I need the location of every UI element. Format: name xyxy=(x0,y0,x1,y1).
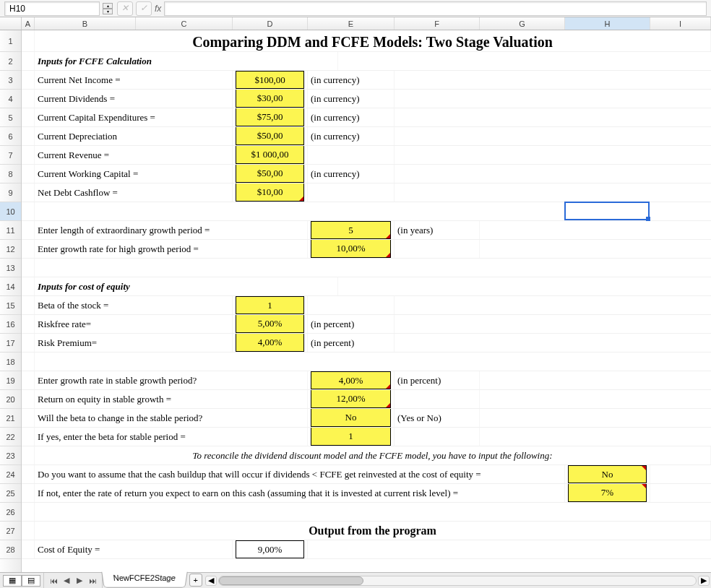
row-3[interactable]: 3 xyxy=(0,71,21,90)
name-box[interactable]: H10 xyxy=(4,1,100,16)
equity-value-1[interactable]: 5,00% xyxy=(236,315,304,333)
cancel-formula-button[interactable]: ✕ xyxy=(117,1,133,16)
row-10[interactable]: 10 xyxy=(0,202,21,221)
fcfe-unit-6 xyxy=(308,183,395,202)
row-13[interactable]: 13 xyxy=(0,259,21,277)
row-17[interactable]: 17 xyxy=(0,334,21,353)
row-7[interactable]: 7 xyxy=(0,146,21,165)
row-2[interactable]: 2 xyxy=(0,52,21,71)
fcfe-unit-4 xyxy=(308,146,395,164)
growth-value-0[interactable]: 5 xyxy=(311,221,391,239)
view-page-button[interactable]: ▤ xyxy=(22,575,40,587)
col-E[interactable]: E xyxy=(308,17,395,30)
row-21[interactable]: 21 xyxy=(0,409,21,428)
reconcile-q2-value[interactable]: 7% xyxy=(568,484,647,502)
row-20[interactable]: 20 xyxy=(0,390,21,409)
formula-input[interactable] xyxy=(164,1,707,16)
stepper-up-icon[interactable]: ▴ xyxy=(103,3,113,9)
reconcile-q1-value[interactable]: No xyxy=(568,465,647,483)
equity-unit-0 xyxy=(308,296,395,314)
section-cost-equity: Inputs for cost of equity xyxy=(35,277,338,295)
row-19[interactable]: 19 xyxy=(0,371,21,390)
row-16[interactable]: 16 xyxy=(0,315,21,334)
stable-value-3[interactable]: 1 xyxy=(311,428,391,446)
row-14[interactable]: 14 xyxy=(0,277,21,296)
fcfe-value-2[interactable]: $75,00 xyxy=(236,108,304,126)
row-23[interactable]: 23 xyxy=(0,446,21,465)
row-8[interactable]: 8 xyxy=(0,165,21,183)
row-12[interactable]: 12 xyxy=(0,240,21,259)
view-buttons: ▦ ▤ xyxy=(0,573,44,588)
row-1[interactable]: 1 xyxy=(0,30,21,52)
fcfe-label-6: Net Debt Cashflow = xyxy=(35,183,233,202)
scroll-right-icon[interactable]: ▶ xyxy=(698,576,710,586)
stepper-down-icon[interactable]: ▾ xyxy=(103,9,113,14)
fcfe-value-6[interactable]: $10,00 xyxy=(236,183,304,202)
row-26[interactable]: 26 xyxy=(0,503,21,522)
nav-next-icon[interactable]: ▶ xyxy=(74,576,85,586)
section-fcfe-inputs: Inputs for FCFE Calculation xyxy=(35,52,338,70)
nav-prev-icon[interactable]: ◀ xyxy=(61,576,72,586)
row-24[interactable]: 24 xyxy=(0,465,21,484)
row-6[interactable]: 6 xyxy=(0,127,21,146)
fx-label[interactable]: fx xyxy=(155,4,161,14)
row-22[interactable]: 22 xyxy=(0,428,21,446)
growth-value-1[interactable]: 10,00% xyxy=(311,240,391,258)
row-5[interactable]: 5 xyxy=(0,108,21,127)
stable-value-0[interactable]: 4,00% xyxy=(311,371,391,389)
name-box-stepper[interactable]: ▴ ▾ xyxy=(103,3,113,14)
cancel-icon: ✕ xyxy=(121,3,129,14)
row-27[interactable]: 27 xyxy=(0,522,21,540)
horizontal-scrollbar[interactable]: ◀ ▶ xyxy=(205,573,711,588)
fcfe-value-4[interactable]: $1 000,00 xyxy=(236,146,304,164)
col-A[interactable]: A xyxy=(22,17,35,30)
growth-label-1: Enter growth rate for high growth period… xyxy=(35,240,308,258)
fcfe-label-5: Current Working Capital = xyxy=(35,165,233,183)
fcfe-label-0: Current Net Income = xyxy=(35,71,233,89)
fcfe-unit-0: (in currency) xyxy=(308,71,395,89)
fcfe-value-5[interactable]: $50,00 xyxy=(236,165,304,183)
equity-label-0: Beta of the stock = xyxy=(35,296,233,314)
row-15[interactable]: 15 xyxy=(0,296,21,315)
check-icon: ✓ xyxy=(140,3,147,14)
grid-area: 1234567891011121314151617181920212223242… xyxy=(0,30,711,572)
add-sheet-button[interactable]: + xyxy=(189,574,202,587)
scroll-left-icon[interactable]: ◀ xyxy=(205,576,217,586)
stable-value-1[interactable]: 12,00% xyxy=(311,390,391,408)
col-B[interactable]: B xyxy=(35,17,136,30)
fcfe-unit-1: (in currency) xyxy=(308,90,395,108)
cells[interactable]: Comparing DDM and FCFE Models: Two Stage… xyxy=(22,30,711,572)
col-G[interactable]: G xyxy=(480,17,565,30)
col-F[interactable]: F xyxy=(395,17,480,30)
fcfe-label-4: Current Revenue = xyxy=(35,146,233,164)
sheet-tab[interactable]: NewFCFE2Stage xyxy=(101,572,187,588)
row-25[interactable]: 25 xyxy=(0,484,21,503)
col-H[interactable]: H xyxy=(565,17,650,30)
fcfe-value-3[interactable]: $50,00 xyxy=(236,127,304,145)
nav-first-icon[interactable]: ⏮ xyxy=(48,576,59,586)
row-18[interactable]: 18 xyxy=(0,353,21,371)
row-11[interactable]: 11 xyxy=(0,221,21,240)
fcfe-unit-3: (in currency) xyxy=(308,127,395,145)
select-all-corner[interactable] xyxy=(0,17,22,30)
scroll-track[interactable] xyxy=(218,576,697,586)
fcfe-value-1[interactable]: $30,00 xyxy=(236,90,304,108)
fcfe-label-3: Current Depreciation xyxy=(35,127,233,145)
equity-value-2[interactable]: 4,00% xyxy=(236,334,304,352)
stable-unit-1 xyxy=(395,390,480,408)
col-D[interactable]: D xyxy=(233,17,308,30)
fcfe-value-0[interactable]: $100,00 xyxy=(236,71,304,89)
row-4[interactable]: 4 xyxy=(0,90,21,108)
col-C[interactable]: C xyxy=(136,17,233,30)
equity-value-0[interactable]: 1 xyxy=(236,296,304,314)
stable-value-2[interactable]: No xyxy=(311,409,391,427)
growth-unit-0: (in years) xyxy=(395,221,480,239)
scroll-thumb[interactable] xyxy=(219,576,363,585)
row-headers: 1234567891011121314151617181920212223242… xyxy=(0,30,22,572)
row-28[interactable]: 28 xyxy=(0,540,21,559)
view-normal-button[interactable]: ▦ xyxy=(3,575,22,587)
nav-last-icon[interactable]: ⏭ xyxy=(87,576,98,586)
col-I[interactable]: I xyxy=(650,17,711,30)
confirm-formula-button[interactable]: ✓ xyxy=(136,1,152,16)
row-9[interactable]: 9 xyxy=(0,183,21,202)
